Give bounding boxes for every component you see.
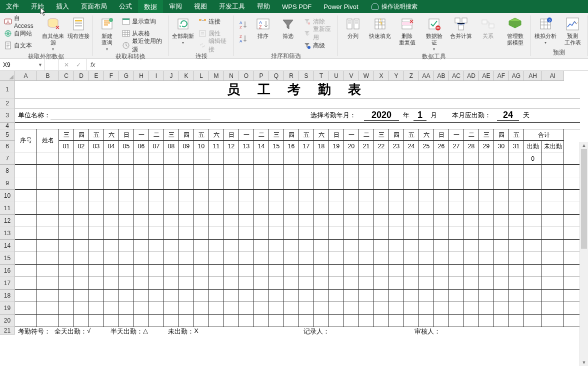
cell[interactable] [314, 302, 329, 315]
cell[interactable] [209, 265, 224, 277]
cell[interactable] [509, 252, 524, 265]
header-date-13[interactable]: 13 [239, 141, 254, 152]
cell[interactable] [269, 202, 284, 215]
cell[interactable] [149, 202, 164, 215]
cell[interactable] [134, 252, 149, 265]
cell[interactable] [344, 190, 359, 202]
cell[interactable] [59, 277, 74, 290]
cell[interactable] [524, 290, 542, 302]
cell[interactable] [509, 202, 524, 215]
recent-sources-button[interactable]: 最近使用的源 [121, 40, 166, 51]
cell[interactable] [104, 190, 119, 202]
cell[interactable] [134, 290, 149, 302]
cell[interactable] [542, 302, 564, 315]
sort-desc-button[interactable]: ZA [237, 33, 249, 44]
cell[interactable] [542, 290, 564, 302]
header-weekday-5[interactable]: 日 [119, 129, 134, 141]
header-weekday-4[interactable]: 六 [104, 129, 119, 141]
cell[interactable] [59, 202, 74, 215]
cell[interactable] [224, 265, 239, 277]
table-row[interactable] [15, 190, 580, 202]
cell[interactable] [299, 302, 314, 315]
column-header-U[interactable]: U [329, 71, 344, 81]
new-query-button[interactable]: 新建 查询▾ [96, 16, 118, 51]
row-header-19[interactable]: 19 [0, 302, 15, 315]
cell[interactable] [179, 165, 194, 177]
cell[interactable] [37, 277, 59, 290]
header-date-24[interactable]: 24 [404, 141, 419, 152]
cell[interactable] [509, 315, 524, 327]
cell[interactable] [59, 252, 74, 265]
column-headers[interactable]: ABCDEFGHIJKLMNOPQRSTUVWXYZAAABACADAEAFAG… [15, 71, 564, 81]
header-date-14[interactable]: 14 [254, 141, 269, 152]
cell[interactable] [209, 177, 224, 190]
header-date-19[interactable]: 19 [329, 141, 344, 152]
header-attend[interactable]: 出勤 [524, 141, 542, 152]
cell[interactable] [419, 202, 434, 215]
cell[interactable] [479, 202, 494, 215]
table-row[interactable] [15, 302, 580, 315]
cell[interactable] [119, 215, 134, 227]
row-header-2[interactable]: 2 [0, 98, 15, 108]
cell[interactable] [329, 290, 344, 302]
header-date-23[interactable]: 23 [389, 141, 404, 152]
cell[interactable] [464, 202, 479, 215]
cell[interactable] [464, 290, 479, 302]
cell[interactable] [299, 315, 314, 327]
header-date-30[interactable]: 30 [494, 141, 509, 152]
cell[interactable] [404, 152, 419, 165]
cell[interactable] [314, 315, 329, 327]
cell[interactable] [254, 240, 269, 252]
cell[interactable] [194, 165, 209, 177]
cell[interactable] [164, 315, 179, 327]
cell[interactable] [224, 277, 239, 290]
cell[interactable] [344, 240, 359, 252]
tab-page-layout[interactable]: 页面布局 [75, 0, 113, 13]
header-date-9[interactable]: 09 [179, 141, 194, 152]
fx-icon[interactable]: fx [86, 59, 99, 70]
cell[interactable] [37, 227, 59, 240]
cell[interactable] [179, 290, 194, 302]
cell[interactable] [419, 215, 434, 227]
cell[interactable] [239, 177, 254, 190]
cell[interactable] [104, 265, 119, 277]
cell[interactable] [494, 240, 509, 252]
header-date-17[interactable]: 17 [299, 141, 314, 152]
cell[interactable] [104, 290, 119, 302]
cell[interactable] [239, 152, 254, 165]
cell[interactable] [89, 215, 104, 227]
header-weekday-13[interactable]: 一 [239, 129, 254, 141]
cell[interactable] [179, 227, 194, 240]
table-row[interactable] [15, 177, 580, 190]
cell[interactable] [104, 252, 119, 265]
cell[interactable] [15, 240, 37, 252]
cell[interactable] [37, 240, 59, 252]
cell[interactable] [74, 277, 89, 290]
cell[interactable] [89, 227, 104, 240]
cell[interactable] [37, 202, 59, 215]
cell[interactable] [299, 215, 314, 227]
cell[interactable] [194, 265, 209, 277]
column-header-AE[interactable]: AE [479, 71, 494, 81]
cell[interactable] [269, 177, 284, 190]
cell[interactable] [284, 227, 299, 240]
cell[interactable] [509, 215, 524, 227]
cell[interactable] [179, 277, 194, 290]
column-header-Y[interactable]: Y [389, 71, 404, 81]
cell[interactable] [344, 215, 359, 227]
cell[interactable] [74, 290, 89, 302]
cell[interactable] [37, 215, 59, 227]
cell[interactable] [344, 252, 359, 265]
header-weekday-18[interactable]: 六 [314, 129, 329, 141]
cell[interactable] [419, 227, 434, 240]
header-date-31[interactable]: 31 [509, 141, 524, 152]
cell[interactable] [389, 152, 404, 165]
cell[interactable] [449, 277, 464, 290]
cell[interactable] [149, 227, 164, 240]
header-weekday-8[interactable]: 三 [164, 129, 179, 141]
cell[interactable] [59, 227, 74, 240]
cell[interactable] [119, 227, 134, 240]
cell[interactable] [449, 177, 464, 190]
cell[interactable] [509, 290, 524, 302]
cell[interactable] [404, 202, 419, 215]
